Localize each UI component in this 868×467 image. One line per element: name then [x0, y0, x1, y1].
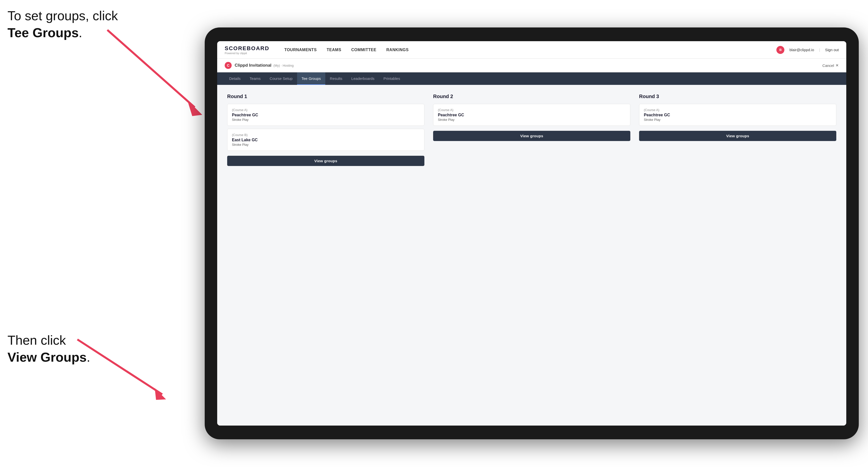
- instruction-top-line1: To set groups, click: [7, 7, 118, 25]
- round-1-column: Round 1 (Course A) Peachtree GC Stroke P…: [227, 94, 424, 166]
- tab-leaderboards[interactable]: Leaderboards: [347, 72, 379, 85]
- round-2-title: Round 2: [433, 94, 630, 99]
- round-3-view-groups-button[interactable]: View groups: [639, 131, 836, 141]
- nav-tournaments[interactable]: TOURNAMENTS: [284, 47, 317, 53]
- instruction-bottom-punct: .: [87, 350, 90, 365]
- user-email: blair@clippd.io: [789, 48, 814, 52]
- nav-rankings[interactable]: RANKINGS: [386, 47, 409, 53]
- user-avatar: B: [776, 46, 784, 54]
- tab-course-setup[interactable]: Course Setup: [265, 72, 297, 85]
- tab-teams[interactable]: Teams: [245, 72, 265, 85]
- main-content: Round 1 (Course A) Peachtree GC Stroke P…: [217, 85, 846, 426]
- round-2-view-groups-button[interactable]: View groups: [433, 131, 630, 141]
- logo-scoreboard: SCOREBOARD: [225, 45, 269, 52]
- tab-printables[interactable]: Printables: [379, 72, 405, 85]
- nav-teams[interactable]: TEAMS: [327, 47, 342, 53]
- round-1-course-b-format: Stroke Play: [232, 143, 420, 147]
- instruction-bottom-line1: Then click: [7, 332, 90, 349]
- instruction-top: To set groups, click Tee Groups.: [7, 7, 118, 41]
- instruction-bottom-bold: View Groups: [7, 350, 87, 365]
- round-2-course-a-name: Peachtree GC: [438, 113, 626, 117]
- round-1-view-groups-button[interactable]: View groups: [227, 156, 424, 166]
- svg-marker-3: [155, 388, 166, 400]
- event-tag: (My) · Hosting: [273, 64, 293, 67]
- event-name: Clippd Invitational: [235, 63, 271, 68]
- round-2-column: Round 2 (Course A) Peachtree GC Stroke P…: [433, 94, 630, 166]
- round-3-column: Round 3 (Course A) Peachtree GC Stroke P…: [639, 94, 836, 166]
- round-1-course-a-card: (Course A) Peachtree GC Stroke Play: [227, 104, 424, 126]
- instruction-top-bold: Tee Groups: [7, 26, 79, 40]
- tab-bar: Details Teams Course Setup Tee Groups Re…: [217, 72, 846, 85]
- nav-right: B blair@clippd.io | Sign out: [776, 46, 839, 54]
- sign-out-link[interactable]: Sign out: [825, 48, 839, 52]
- round-3-course-a-card: (Course A) Peachtree GC Stroke Play: [639, 104, 836, 126]
- rounds-grid: Round 1 (Course A) Peachtree GC Stroke P…: [227, 94, 836, 166]
- round-3-title: Round 3: [639, 94, 836, 99]
- round-3-course-a-name: Peachtree GC: [644, 113, 832, 117]
- tablet-screen: SCOREBOARD Powered by clippit TOURNAMENT…: [217, 41, 846, 426]
- sub-header: C Clippd Invitational (My) · Hosting Can…: [217, 59, 846, 72]
- svg-line-0: [107, 30, 195, 107]
- instruction-top-punct: .: [79, 26, 82, 40]
- tab-results[interactable]: Results: [325, 72, 347, 85]
- round-1-course-a-format: Stroke Play: [232, 118, 420, 122]
- round-1-course-a-name: Peachtree GC: [232, 113, 420, 117]
- top-nav: SCOREBOARD Powered by clippit TOURNAMENT…: [217, 41, 846, 59]
- nav-committee[interactable]: COMMITTEE: [351, 47, 376, 53]
- cancel-button[interactable]: Cancel ✕: [822, 63, 839, 68]
- tab-tee-groups[interactable]: Tee Groups: [297, 72, 326, 85]
- tab-details[interactable]: Details: [225, 72, 245, 85]
- round-1-title: Round 1: [227, 94, 424, 99]
- logo-area: SCOREBOARD Powered by clippit: [225, 45, 269, 55]
- tablet-frame: SCOREBOARD Powered by clippit TOURNAMENT…: [205, 27, 859, 439]
- round-1-course-b-label: (Course B): [232, 133, 420, 137]
- round-1-course-b-name: East Lake GC: [232, 138, 420, 142]
- round-2-course-a-format: Stroke Play: [438, 118, 626, 122]
- round-3-course-a-format: Stroke Play: [644, 118, 832, 122]
- round-3-course-a-label: (Course A): [644, 108, 832, 112]
- round-1-course-a-label: (Course A): [232, 108, 420, 112]
- logo-sub: Powered by clippit: [225, 52, 269, 55]
- logo-text: SCOREBOARD: [225, 45, 269, 52]
- round-2-course-a-label: (Course A): [438, 108, 626, 112]
- instruction-bottom: Then click View Groups.: [7, 332, 90, 366]
- svg-marker-1: [187, 100, 202, 116]
- round-2-course-a-card: (Course A) Peachtree GC Stroke Play: [433, 104, 630, 126]
- event-logo: C: [225, 62, 232, 69]
- round-1-course-b-card: (Course B) East Lake GC Stroke Play: [227, 129, 424, 151]
